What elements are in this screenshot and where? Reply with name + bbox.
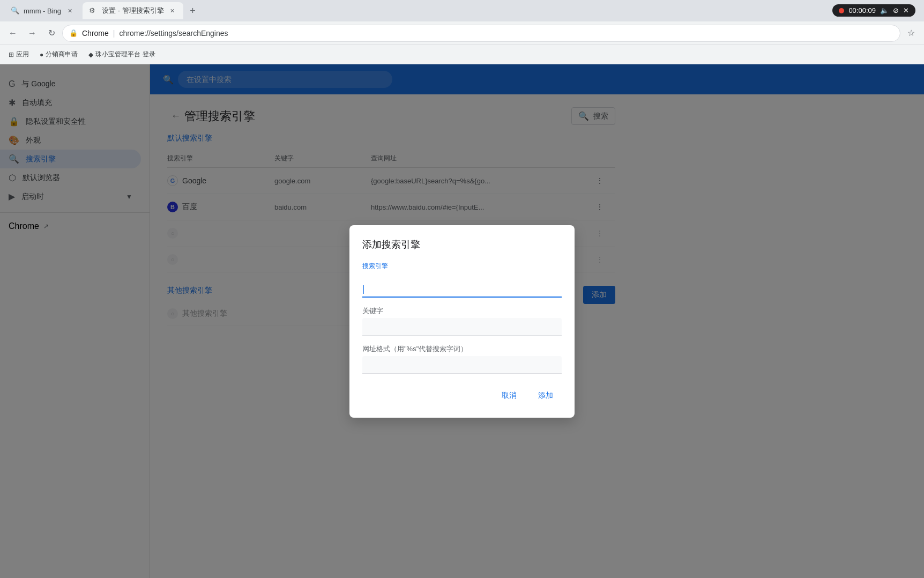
dialog-field-keyword: 关键字 [362,306,562,336]
volume-icon: 🔈 [880,6,889,14]
dialog-title: 添加搜索引擎 [362,238,562,251]
tab-settings-label: 设置 - 管理搜索引擎 [102,6,164,16]
bookmark-apps-label: 应用 [16,50,29,59]
search-engine-input[interactable] [362,272,562,285]
address-bar[interactable]: 🔒 Chrome | chrome://settings/searchEngin… [62,25,900,42]
stop-icon[interactable]: ⊘ [893,6,899,14]
reload-button[interactable]: ↻ [43,25,60,42]
tab-bing[interactable]: 🔍 mmm - Bing ✕ [4,2,80,19]
recording-time: 00:00:09 [848,6,876,14]
settings-favicon: ⚙ [89,6,98,15]
cancel-button[interactable]: 取消 [493,387,525,405]
tab-settings-close[interactable]: ✕ [168,6,177,15]
tab-bing-label: mmm - Bing [24,7,61,15]
close-recording-icon[interactable]: ✕ [903,6,909,14]
dialog-actions: 取消 添加 [362,387,562,405]
bookmark-distributor-label: 分销商申请 [46,50,78,59]
address-separator: | [113,29,115,38]
bookmark-distributor[interactable]: ● 分销商申请 [35,48,82,61]
add-search-engine-dialog: 添加搜索引擎 搜索引擎 关键字 网址格式（用"%s"代替搜索字词） [349,225,575,418]
bookmark-button[interactable]: ☆ [903,25,920,42]
keyword-label: 关键字 [362,306,562,316]
address-url: chrome://settings/searchEngines [119,29,228,38]
settings-container: G 与 Google ✱ 自动填充 🔒 隐私设置和安全性 🎨 外观 🔍 搜索引擎… [0,64,924,578]
dialog-add-button[interactable]: 添加 [530,387,562,405]
bookmark-admin-label: 珠小宝管理平台 登录 [95,50,155,59]
bing-favicon: 🔍 [11,6,19,15]
address-host: Chrome [82,29,109,38]
back-nav-button[interactable]: ← [4,25,21,42]
new-tab-button[interactable]: + [185,3,200,18]
tab-settings[interactable]: ⚙ 设置 - 管理搜索引擎 ✕ [83,2,183,19]
apps-icon: ⊞ [9,51,14,58]
lock-icon: 🔒 [69,29,78,37]
bookmark-apps[interactable]: ⊞ 应用 [4,48,33,61]
bookmarks-bar: ⊞ 应用 ● 分销商申请 ◆ 珠小宝管理平台 登录 [0,45,924,64]
tab-bing-close[interactable]: ✕ [65,6,74,15]
keyword-input[interactable] [362,318,562,336]
recording-dot [839,8,844,13]
dialog-field-url: 网址格式（用"%s"代替搜索字词） [362,344,562,374]
url-label: 网址格式（用"%s"代替搜索字词） [362,344,562,354]
distributor-icon: ● [40,51,43,58]
browser-toolbar: ← → ↻ 🔒 Chrome | chrome://settings/searc… [0,21,924,45]
search-engine-label: 搜索引擎 [362,262,562,271]
bookmark-admin[interactable]: ◆ 珠小宝管理平台 登录 [84,48,159,61]
admin-icon: ◆ [88,51,93,58]
cursor-indicator [363,285,364,294]
modal-overlay: 添加搜索引擎 搜索引擎 关键字 网址格式（用"%s"代替搜索字词） [0,64,924,578]
browser-titlebar: 🔍 mmm - Bing ✕ ⚙ 设置 - 管理搜索引擎 ✕ + 00:00:0… [0,0,924,21]
recording-indicator: 00:00:09 🔈 ⊘ ✕ [832,4,915,17]
url-input[interactable] [362,356,562,374]
dialog-field-search-engine: 搜索引擎 [362,262,562,298]
forward-nav-button[interactable]: → [24,25,41,42]
